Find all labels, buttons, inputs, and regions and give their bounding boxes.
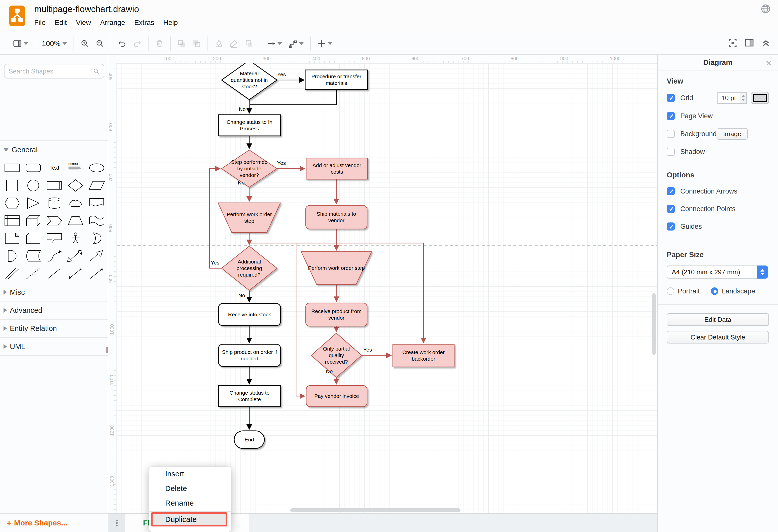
menu-file[interactable]: File [34,19,46,27]
flow-node-change-status-complete[interactable] [219,385,281,407]
insert-button[interactable] [317,39,332,48]
flow-node-create-work-order-backorder[interactable] [393,344,454,367]
diagram-canvas[interactable]: 1002003004005006007008009001000 50060070… [108,55,657,513]
shape-internal-storage[interactable] [2,212,23,230]
sidebar-section-uml[interactable]: UML [0,337,108,355]
landscape-radio[interactable] [711,287,718,295]
flow-edge-16[interactable] [210,169,222,268]
flow-node-add-adjust-vendor-costs[interactable] [306,158,368,179]
shape-rectangle[interactable] [2,159,23,177]
sidebar-section-misc[interactable]: Misc [0,283,108,301]
flow-node-procedure-transfer[interactable] [305,70,368,90]
to-front-button[interactable] [177,39,186,48]
shape-triangle[interactable] [23,194,44,212]
menu-view[interactable]: View [76,19,91,27]
shape-square[interactable] [2,177,23,194]
horizontal-scrollbar[interactable] [290,508,461,512]
zoom-in-button[interactable] [81,39,89,48]
line-color-button[interactable] [230,39,238,48]
shape-and[interactable] [2,247,23,265]
waypoint-style-button[interactable] [289,39,304,48]
context-menu-rename[interactable]: Rename [149,496,231,510]
flow-node-perform-work-order-step-1[interactable] [218,203,281,233]
more-shapes-button[interactable]: More Shapes... [14,519,68,527]
clear-default-style-button[interactable]: Clear Default Style [667,331,769,344]
shape-bidirectional-arrow[interactable] [65,247,86,265]
grid-color-button[interactable] [751,92,769,104]
flow-edge-15[interactable] [296,243,305,396]
shape-circle[interactable] [23,177,44,194]
shape-diamond[interactable] [65,177,86,194]
shadow-button[interactable] [245,39,253,48]
flow-node-ship-product-on-order[interactable] [219,344,281,366]
menu-edit[interactable]: Edit [55,19,67,27]
fit-page-icon[interactable] [728,38,737,49]
shape-process[interactable] [44,177,65,194]
flow-node-ship-materials-to-vendor[interactable] [306,205,367,229]
sidebar-section-general[interactable]: General [0,141,108,159]
grid-checkbox[interactable] [667,94,675,102]
shape-directional-connector[interactable] [86,265,107,282]
menu-help[interactable]: Help [163,19,178,27]
pages-menu-button[interactable] [108,514,126,532]
shape-hexagon[interactable] [2,194,23,212]
edit-data-button[interactable]: Edit Data [667,313,769,326]
flow-node-end[interactable] [234,431,264,448]
redo-button[interactable] [133,39,142,48]
shape-parallelogram[interactable] [86,177,107,194]
vertical-scrollbar[interactable] [652,293,655,355]
shape-cloud[interactable] [65,194,86,212]
shape-text[interactable]: Text [44,159,65,177]
menu-extras[interactable]: Extras [134,19,154,27]
shape-cylinder[interactable] [44,194,65,212]
paper-size-select[interactable]: A4 (210 mm x 297 mm) [667,265,768,279]
shape-rounded-rectangle[interactable] [23,159,44,177]
shape-note[interactable] [2,230,23,247]
shape-bidirectional-connector[interactable] [65,265,86,282]
shape-data-storage[interactable] [23,247,44,265]
page-layout-button[interactable] [13,39,28,48]
flow-node-pay-vendor-invoice[interactable] [306,385,367,407]
guides-checkbox[interactable] [667,223,675,231]
sidebar-section-entity-relation[interactable]: Entity Relation [0,319,108,337]
shape-callout[interactable] [44,230,65,247]
flow-node-receive-product-from-vendor[interactable] [306,303,367,326]
shape-trapezoid[interactable] [65,212,86,230]
shape-arrow[interactable] [86,247,107,265]
shape-cube[interactable] [23,212,44,230]
flow-node-receive-info-stock[interactable] [219,303,281,326]
connection-arrows-checkbox[interactable] [667,187,675,195]
sidebar-section-advanced[interactable]: Advanced [0,301,108,319]
fill-color-button[interactable] [215,39,223,48]
shape-document[interactable] [86,194,107,212]
shape-dotted-line[interactable] [23,265,44,282]
flow-node-additional-processing[interactable] [222,246,277,290]
undo-button[interactable] [118,39,127,48]
shape-tape[interactable] [86,212,107,230]
shape-textbox[interactable]: Heading [65,159,86,177]
shadow-checkbox[interactable] [667,148,675,156]
grid-size-stepper[interactable] [740,92,747,104]
shape-or[interactable] [86,230,107,247]
flow-node-perform-work-order-step-2[interactable] [301,252,372,284]
flow-node-only-partial-quality[interactable] [311,333,362,377]
connection-arrow-style-button[interactable] [267,39,282,48]
shape-line[interactable] [44,265,65,282]
connection-points-checkbox[interactable] [667,205,675,213]
page-view-checkbox[interactable] [667,112,675,120]
context-menu-duplicate[interactable]: Duplicate [151,512,227,526]
context-menu-insert[interactable]: Insert [149,466,231,481]
delete-button[interactable] [155,39,164,48]
collapse-toolbar-icon[interactable] [761,38,770,49]
close-icon[interactable]: ✕ [766,59,772,68]
shape-curve[interactable] [44,247,65,265]
search-input[interactable] [9,68,93,75]
shape-step[interactable] [44,212,65,230]
background-checkbox[interactable] [667,130,675,138]
menu-arrange[interactable]: Arrange [100,19,126,27]
flow-node-step-outside-vendor[interactable] [222,150,277,187]
shape-link[interactable] [2,265,23,282]
shape-card[interactable] [23,230,44,247]
format-panel-toggle-icon[interactable] [745,38,754,49]
to-back-button[interactable] [192,39,201,48]
